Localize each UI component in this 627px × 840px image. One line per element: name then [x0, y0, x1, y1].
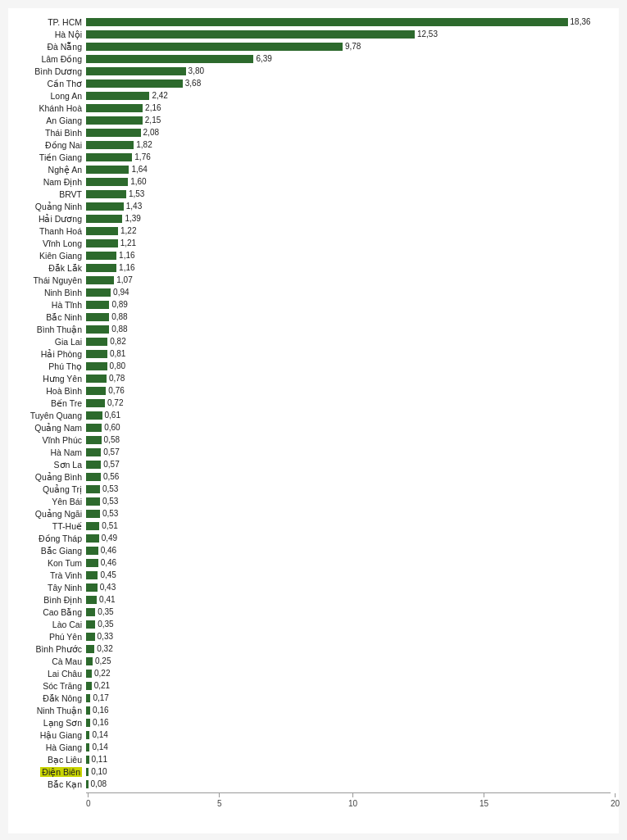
- bar: [86, 104, 143, 112]
- bar-label: Yên Bái: [16, 497, 86, 506]
- bar-value: 0,51: [102, 521, 117, 530]
- bar-wrap: 0,88: [86, 312, 611, 321]
- bar-value: 0,14: [92, 730, 107, 739]
- bar-wrap: 0,35: [86, 620, 611, 629]
- bar-label: Hải Phòng: [16, 349, 86, 359]
- bar-value: 0,80: [110, 361, 125, 370]
- bar-row: Quảng Ngãi0,53: [16, 508, 611, 519]
- bar-label: Tuyên Quang: [16, 411, 86, 420]
- bar-value: 0,14: [92, 742, 107, 751]
- bar-value: 1,64: [131, 165, 147, 174]
- bar-row: Thái Bình2,08: [16, 127, 611, 138]
- bar-value: 0,22: [94, 669, 110, 678]
- bar-value: 0,60: [104, 423, 120, 432]
- bar-row: Vĩnh Phúc0,58: [16, 434, 611, 445]
- bar: [86, 313, 109, 321]
- bar-label: Cao Bằng: [16, 607, 86, 617]
- bar-wrap: 0,16: [86, 718, 611, 727]
- bar-wrap: 0,57: [86, 447, 611, 456]
- bar-label: BRVT: [16, 189, 86, 199]
- bar-value: 0,35: [98, 620, 113, 629]
- bar-row: Cà Mau0,25: [16, 656, 611, 666]
- bar: [86, 534, 99, 543]
- bar-label: Bình Định: [16, 595, 86, 605]
- bar-wrap: 0,53: [86, 509, 611, 518]
- bar-row: Đồng Nai1,82: [16, 139, 611, 150]
- bar: [86, 436, 102, 444]
- bar-row: Long An2,42: [16, 90, 611, 101]
- bar-value: 0,43: [100, 583, 116, 592]
- bar-value: 0,53: [102, 484, 118, 493]
- bar-row: Quảng Trị0,53: [16, 484, 611, 494]
- chart-container: TP. HCM18,36Hà Nội12,53Đà Nẵng9,78Lâm Đồ…: [8, 8, 619, 833]
- bar-value: 0,33: [98, 632, 113, 641]
- bar-label: Sơn La: [16, 460, 86, 470]
- bar-value: 0,76: [108, 386, 124, 395]
- bar-row: Trà Vinh0,45: [16, 570, 611, 580]
- bar-row: Yên Bái0,53: [16, 496, 611, 506]
- bar-row: Tiền Giang1,76: [16, 152, 611, 162]
- bar-row: Bến Tre0,72: [16, 397, 611, 408]
- bar-label: Quảng Ngãi: [16, 509, 86, 519]
- bar-wrap: 1,39: [86, 214, 611, 223]
- bar-wrap: 0,60: [86, 423, 611, 432]
- bar-value: 2,15: [145, 116, 161, 125]
- bar-wrap: 0,45: [86, 570, 611, 579]
- bar: [86, 67, 186, 75]
- bar-wrap: 0,89: [86, 300, 611, 309]
- bar-row: Lạng Sơn0,16: [16, 717, 611, 728]
- bar: [86, 215, 122, 223]
- bar-wrap: 0,46: [86, 546, 611, 555]
- bar-label: Lào Cai: [16, 620, 86, 629]
- bar-wrap: 0,94: [86, 288, 611, 297]
- bar: [86, 448, 101, 456]
- bar: [86, 424, 102, 432]
- bar-value: 0,41: [99, 595, 115, 604]
- bar-row: Quảng Bình0,56: [16, 471, 611, 482]
- bar-wrap: 0,88: [86, 325, 611, 334]
- bar-wrap: 0,08: [86, 779, 611, 788]
- bar-value: 0,49: [102, 534, 117, 543]
- bar-label: Phú Thọ: [16, 361, 86, 371]
- bar: [86, 411, 102, 420]
- bar-row: Hoà Bình0,76: [16, 385, 611, 396]
- bar-wrap: 0,17: [86, 693, 611, 702]
- bar-row: Đắk Lắk1,16: [16, 262, 611, 273]
- bar-label: Đồng Tháp: [16, 534, 86, 543]
- bar-row: Vĩnh Long1,21: [16, 238, 611, 248]
- bar-label: Nghệ An: [16, 165, 86, 175]
- bar-wrap: 2,15: [86, 116, 611, 125]
- bar-label: Quảng Bình: [16, 472, 86, 482]
- bar-row: Kiên Giang1,16: [16, 250, 611, 261]
- bar: [86, 375, 107, 383]
- bar-label: Kon Tum: [16, 558, 86, 568]
- bar: [86, 301, 109, 309]
- bar-value: 0,56: [103, 472, 119, 481]
- bar-value: 0,53: [102, 509, 118, 518]
- bar-value: 0,61: [105, 411, 120, 420]
- bar-label: Lai Châu: [16, 669, 86, 679]
- bar-value: 2,16: [145, 103, 161, 112]
- bar-label: Đắk Lắk: [16, 263, 86, 273]
- bar-label: Vĩnh Phúc: [16, 435, 86, 445]
- bar-label: Quảng Ninh: [16, 202, 86, 211]
- bar-value: 1,22: [120, 226, 136, 235]
- bar: [86, 510, 100, 518]
- bar: [86, 559, 98, 567]
- bar-value: 0,88: [111, 325, 127, 334]
- bar-label: Hậu Giang: [16, 730, 86, 740]
- bar: [86, 780, 89, 788]
- bar-wrap: 0,53: [86, 484, 611, 493]
- bar-value: 0,94: [113, 288, 129, 297]
- bar: [86, 756, 89, 764]
- bar-value: 0,32: [97, 644, 112, 653]
- bar-wrap: 0,14: [86, 742, 611, 751]
- bar: [86, 190, 126, 198]
- bar-wrap: 0,78: [86, 374, 611, 383]
- bar-row: Bình Định0,41: [16, 594, 611, 605]
- bar: [86, 141, 134, 149]
- bar-label: Long An: [16, 91, 86, 101]
- bar-wrap: 0,80: [86, 361, 611, 370]
- bar-label: TP. HCM: [16, 17, 86, 27]
- bar: [86, 252, 116, 260]
